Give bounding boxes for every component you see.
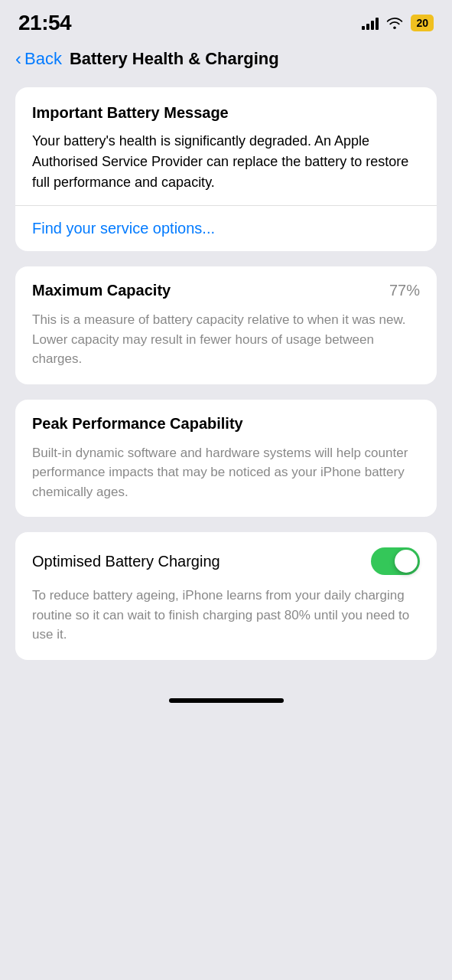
max-capacity-card: Maximum Capacity 77% This is a measure o… xyxy=(15,266,437,384)
back-button[interactable]: ‹ Back xyxy=(15,49,62,69)
home-indicator xyxy=(0,675,452,718)
home-bar xyxy=(169,698,284,703)
optimised-description: To reduce battery ageing, iPhone learns … xyxy=(32,586,420,645)
capacity-row: Maximum Capacity 77% xyxy=(32,282,420,299)
status-bar: 21:54 20 xyxy=(0,0,452,41)
message-body: Your battery's health is significantly d… xyxy=(32,131,420,193)
capacity-value: 77% xyxy=(389,282,420,299)
optimised-row: Optimised Battery Charging xyxy=(32,547,420,575)
optimised-charging-card: Optimised Battery Charging To reduce bat… xyxy=(15,532,437,660)
battery-indicator: 20 xyxy=(411,15,434,31)
content-area: Important Battery Message Your battery's… xyxy=(0,81,452,675)
wifi-icon xyxy=(386,17,403,29)
peak-description: Built-in dynamic software and hardware s… xyxy=(32,443,420,502)
nav-header: ‹ Back Battery Health & Charging xyxy=(0,41,452,81)
optimised-charging-toggle[interactable] xyxy=(371,547,420,575)
message-header: Important Battery Message Your battery's… xyxy=(15,87,437,206)
battery-value: 20 xyxy=(416,17,428,29)
status-time: 21:54 xyxy=(18,11,71,35)
message-title: Important Battery Message xyxy=(32,104,420,122)
page-title: Battery Health & Charging xyxy=(70,49,279,69)
service-link[interactable]: Find your service options... xyxy=(15,206,437,251)
back-label: Back xyxy=(24,49,62,69)
peak-title: Peak Performance Capability xyxy=(32,415,420,433)
capacity-label: Maximum Capacity xyxy=(32,282,171,299)
back-chevron-icon: ‹ xyxy=(15,50,21,68)
signal-icon xyxy=(362,16,379,30)
optimised-label: Optimised Battery Charging xyxy=(32,553,371,570)
capacity-description: This is a measure of battery capacity re… xyxy=(32,310,420,369)
toggle-knob xyxy=(395,550,418,573)
important-message-card: Important Battery Message Your battery's… xyxy=(15,87,437,251)
status-icons: 20 xyxy=(362,15,434,31)
peak-performance-card: Peak Performance Capability Built-in dyn… xyxy=(15,400,437,518)
